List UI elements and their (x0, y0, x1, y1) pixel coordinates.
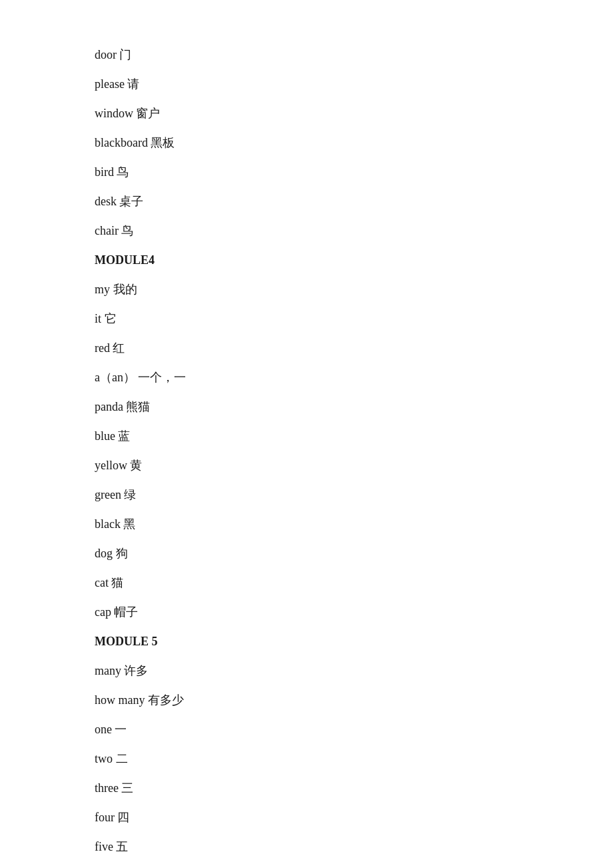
list-item: red 红 (95, 333, 518, 363)
list-item: MODULE 5 (95, 627, 518, 656)
list-item: MODULE4 (95, 245, 518, 275)
list-item: how many 有多少 (95, 685, 518, 715)
list-item: black 黑 (95, 509, 518, 539)
list-item: many 许多 (95, 656, 518, 685)
list-item: cap 帽子 (95, 597, 518, 627)
list-item: blue 蓝 (95, 421, 518, 451)
list-item: chair 鸟 (95, 216, 518, 245)
list-item: my 我的 (95, 275, 518, 304)
list-item: four 四 (95, 803, 518, 832)
list-item: bird 鸟 (95, 157, 518, 187)
list-item: blackboard 黑板 (95, 128, 518, 157)
list-item: yellow 黄 (95, 451, 518, 480)
list-item: a（an） 一个，一 (95, 363, 518, 392)
list-item: please 请 (95, 69, 518, 99)
list-item: door 门 (95, 40, 518, 69)
list-item: it 它 (95, 304, 518, 333)
list-item: two 二 (95, 744, 518, 773)
list-item: dog 狗 (95, 539, 518, 568)
list-item: window 窗户 (95, 99, 518, 128)
list-item: cat 猫 (95, 568, 518, 597)
list-item: five 五 (95, 832, 518, 861)
list-item: desk 桌子 (95, 187, 518, 216)
list-item: green 绿 (95, 480, 518, 509)
vocab-list: door 门please 请window 窗户blackboard 黑板bird… (95, 40, 518, 868)
list-item: three 三 (95, 773, 518, 803)
list-item: one 一 (95, 715, 518, 744)
list-item: six 六 (95, 861, 518, 868)
list-item: panda 熊猫 (95, 392, 518, 421)
